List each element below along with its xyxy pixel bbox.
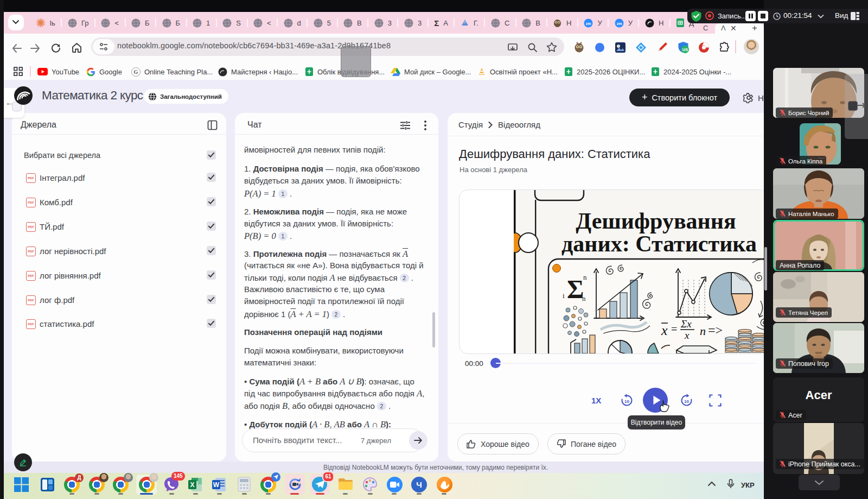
svg-text:x: x: [661, 323, 668, 338]
svg-text:i: i: [563, 292, 565, 300]
svg-text:X: X: [190, 481, 194, 489]
svg-text:zm: zm: [616, 21, 622, 25]
svg-text:G: G: [134, 69, 138, 75]
svg-text:10: 10: [624, 399, 629, 404]
svg-text:Дешифрування: Дешифрування: [576, 209, 736, 233]
svg-text:=>: =>: [708, 323, 723, 337]
svg-text:=: =: [671, 323, 677, 335]
svg-text:W: W: [213, 481, 220, 489]
svg-text:Σx: Σx: [680, 318, 692, 330]
svg-text:10: 10: [684, 399, 689, 404]
svg-text:n: n: [582, 294, 586, 302]
svg-text:x: x: [684, 330, 690, 341]
svg-text:n: n: [700, 324, 706, 338]
svg-text:n: n: [583, 273, 587, 281]
svg-text:Σ: Σ: [567, 275, 584, 304]
svg-text:US: US: [682, 47, 688, 52]
svg-text:даних: Статистика: даних: Статистика: [561, 231, 757, 256]
svg-text:zm: zm: [586, 21, 591, 25]
